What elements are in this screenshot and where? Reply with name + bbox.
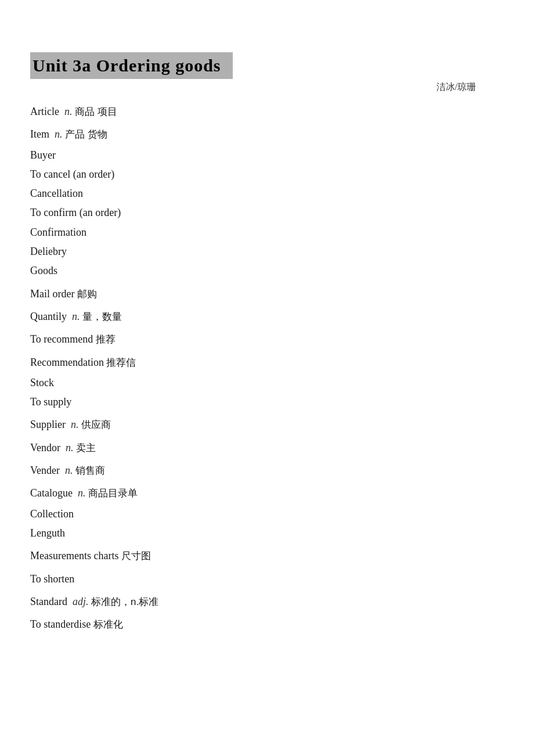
vocab-english-recommendation: Recommendation <box>30 357 104 368</box>
vocab-english-item: Item <box>30 128 49 140</box>
vocab-item-vender: Vender n. 销售商 <box>30 461 504 480</box>
vocab-chinese-catalogue: 商品目录单 <box>88 488 138 499</box>
vocab-abbr-standard: adj. <box>73 596 89 607</box>
vocab-abbr-catalogue: n. <box>78 487 86 499</box>
vocab-item-to-confirm: To confirm (an order) <box>30 203 504 222</box>
vocab-english-goods: Goods <box>30 265 57 276</box>
vocab-english-to-cancel: To cancel (an order) <box>30 168 114 180</box>
watermark: 洁冰/琼珊 <box>436 81 476 93</box>
vocab-chinese-standard: 标准的，n.标准 <box>91 596 158 607</box>
vocab-english-vendor: Vendor <box>30 442 60 453</box>
vocab-english-to-shorten: To shorten <box>30 573 74 585</box>
vocab-item-to-cancel: To cancel (an order) <box>30 165 504 184</box>
vocab-abbr-item: n. <box>55 128 63 140</box>
vocab-english-buyer: Buyer <box>30 149 56 161</box>
vocab-english-article: Article <box>30 106 59 117</box>
vocab-abbr-supplier: n. <box>71 419 79 430</box>
vocab-english-confirmation: Confirmation <box>30 226 86 238</box>
vocab-item-standard: Standard adj. 标准的，n.标准 <box>30 592 504 611</box>
vocab-english-to-standerdise: To standerdise <box>30 618 91 630</box>
vocab-chinese-item: 产品 货物 <box>65 129 107 140</box>
vocab-english-vender: Vender <box>30 465 60 476</box>
vocab-item-to-recommend: To recommend 推荐 <box>30 330 504 349</box>
vocab-english-cancellation: Cancellation <box>30 188 83 199</box>
vocab-item-recommendation: Recommendation 推荐信 <box>30 353 504 372</box>
vocab-chinese-vendor: 卖主 <box>76 442 96 453</box>
vocab-english-catalogue: Catalogue <box>30 487 73 499</box>
vocab-item-article: Article n. 商品 项目 <box>30 102 504 121</box>
vocab-item-lenguth: Lenguth <box>30 524 504 543</box>
vocab-item-buyer: Buyer <box>30 146 504 165</box>
vocab-item-goods: Goods <box>30 261 504 280</box>
vocab-item-stock: Stock <box>30 373 504 393</box>
vocab-english-quantily: Quantily <box>30 311 67 322</box>
vocab-item-quantily: Quantily n. 量，数量 <box>30 307 504 326</box>
vocab-item-supplier: Supplier n. 供应商 <box>30 415 504 434</box>
vocab-abbr-quantily: n. <box>72 311 80 322</box>
vocab-english-measurements-charts: Measurements charts <box>30 550 118 561</box>
vocab-item-vendor: Vendor n. 卖主 <box>30 438 504 458</box>
vocab-english-standard: Standard <box>30 596 67 607</box>
vocab-english-deliebry: Deliebry <box>30 246 67 257</box>
vocab-english-mail-order: Mail order <box>30 288 74 300</box>
vocab-item-catalogue: Catalogue n. 商品目录单 <box>30 484 504 503</box>
vocab-english-supplier: Supplier <box>30 419 66 430</box>
vocab-abbr-article: n. <box>64 106 73 117</box>
vocab-item-to-supply: To supply <box>30 393 504 412</box>
vocab-item-cancellation: Cancellation <box>30 184 504 203</box>
page-title: Unit 3a Ordering goods <box>33 56 221 75</box>
vocab-chinese-article: 商品 项目 <box>75 106 117 117</box>
vocab-item-collection: Collection <box>30 505 504 524</box>
vocab-abbr-vender: n. <box>65 465 73 476</box>
vocab-english-to-supply: To supply <box>30 396 71 408</box>
vocab-english-lenguth: Lenguth <box>30 527 65 539</box>
title-block: Unit 3a Ordering goods <box>30 52 233 79</box>
vocab-item-measurements-charts: Measurements charts 尺寸图 <box>30 546 504 566</box>
vocab-item-item: Item n. 产品 货物 <box>30 125 504 144</box>
vocab-chinese-supplier: 供应商 <box>81 419 111 430</box>
vocab-chinese-measurements-charts: 尺寸图 <box>121 550 151 561</box>
vocab-item-mail-order: Mail order 邮购 <box>30 285 504 304</box>
vocab-item-deliebry: Deliebry <box>30 242 504 261</box>
vocab-chinese-mail-order: 邮购 <box>77 289 97 300</box>
vocab-chinese-to-recommend: 推荐 <box>96 334 116 345</box>
vocab-english-collection: Collection <box>30 508 74 520</box>
vocab-abbr-vendor: n. <box>66 442 74 453</box>
vocab-item-to-standerdise: To standerdise 标准化 <box>30 615 504 634</box>
vocab-chinese-to-standerdise: 标准化 <box>93 619 123 630</box>
vocab-chinese-recommendation: 推荐信 <box>106 357 136 368</box>
vocab-english-stock: Stock <box>30 377 54 388</box>
vocab-item-to-shorten: To shorten <box>30 570 504 589</box>
vocab-english-to-confirm: To confirm (an order) <box>30 207 121 218</box>
vocab-chinese-vender: 销售商 <box>75 465 105 476</box>
vocab-chinese-quantily: 量，数量 <box>82 311 122 322</box>
vocab-section: Article n. 商品 项目Item n. 产品 货物BuyerTo can… <box>30 102 504 634</box>
vocab-item-confirmation: Confirmation <box>30 223 504 242</box>
vocab-english-to-recommend: To recommend <box>30 333 93 345</box>
